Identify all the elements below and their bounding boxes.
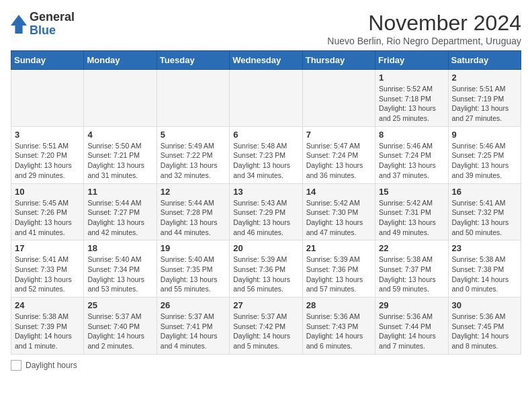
- day-info: Sunrise: 5:38 AM Sunset: 7:37 PM Dayligh…: [379, 255, 444, 294]
- weekday-header-friday: Friday: [375, 51, 448, 70]
- month-title: November 2024: [327, 11, 521, 36]
- day-number: 23: [452, 243, 517, 253]
- day-number: 15: [379, 187, 444, 197]
- day-info: Sunrise: 5:36 AM Sunset: 7:45 PM Dayligh…: [452, 312, 517, 351]
- calendar-cell: 9Sunrise: 5:46 AM Sunset: 7:25 PM Daylig…: [448, 126, 521, 183]
- calendar-cell: 22Sunrise: 5:38 AM Sunset: 7:37 PM Dayli…: [375, 240, 448, 298]
- day-number: 18: [87, 243, 152, 253]
- day-info: Sunrise: 5:45 AM Sunset: 7:26 PM Dayligh…: [15, 198, 80, 238]
- calendar-cell: 12Sunrise: 5:44 AM Sunset: 7:28 PM Dayli…: [157, 183, 229, 240]
- calendar-cell: [302, 70, 375, 127]
- day-info: Sunrise: 5:37 AM Sunset: 7:40 PM Dayligh…: [87, 312, 152, 351]
- legend-label: Daylight hours: [26, 361, 77, 370]
- calendar-cell: 13Sunrise: 5:43 AM Sunset: 7:29 PM Dayli…: [230, 183, 302, 240]
- day-info: Sunrise: 5:36 AM Sunset: 7:43 PM Dayligh…: [306, 312, 371, 351]
- calendar-cell: 3Sunrise: 5:51 AM Sunset: 7:20 PM Daylig…: [11, 126, 84, 183]
- day-info: Sunrise: 5:42 AM Sunset: 7:30 PM Dayligh…: [306, 198, 371, 238]
- calendar-cell: 29Sunrise: 5:36 AM Sunset: 7:44 PM Dayli…: [375, 298, 448, 355]
- day-info: Sunrise: 5:46 AM Sunset: 7:24 PM Dayligh…: [379, 141, 444, 181]
- day-number: 9: [452, 130, 517, 140]
- day-number: 12: [161, 187, 226, 197]
- calendar-cell: 20Sunrise: 5:39 AM Sunset: 7:36 PM Dayli…: [230, 240, 302, 298]
- day-number: 24: [15, 300, 80, 310]
- calendar-cell: 24Sunrise: 5:38 AM Sunset: 7:39 PM Dayli…: [11, 298, 84, 355]
- day-info: Sunrise: 5:40 AM Sunset: 7:35 PM Dayligh…: [161, 255, 226, 294]
- day-info: Sunrise: 5:38 AM Sunset: 7:39 PM Dayligh…: [15, 312, 80, 351]
- logo: General Blue: [11, 11, 75, 38]
- day-info: Sunrise: 5:41 AM Sunset: 7:32 PM Dayligh…: [452, 198, 517, 238]
- calendar-cell: 28Sunrise: 5:36 AM Sunset: 7:43 PM Dayli…: [302, 298, 375, 355]
- day-info: Sunrise: 5:49 AM Sunset: 7:22 PM Dayligh…: [161, 141, 226, 181]
- day-number: 27: [233, 300, 298, 310]
- svg-marker-0: [11, 15, 27, 34]
- day-number: 2: [452, 73, 517, 83]
- day-number: 11: [87, 187, 152, 197]
- calendar-cell: 16Sunrise: 5:41 AM Sunset: 7:32 PM Dayli…: [448, 183, 521, 240]
- calendar-cell: 27Sunrise: 5:37 AM Sunset: 7:42 PM Dayli…: [230, 298, 302, 355]
- calendar: SundayMondayTuesdayWednesdayThursdayFrid…: [11, 50, 521, 355]
- day-number: 29: [379, 300, 444, 310]
- calendar-cell: 15Sunrise: 5:42 AM Sunset: 7:31 PM Dayli…: [375, 183, 448, 240]
- day-number: 10: [15, 187, 80, 197]
- day-number: 17: [15, 243, 80, 253]
- day-number: 8: [379, 130, 444, 140]
- calendar-cell: 10Sunrise: 5:45 AM Sunset: 7:26 PM Dayli…: [11, 183, 84, 240]
- day-info: Sunrise: 5:50 AM Sunset: 7:21 PM Dayligh…: [87, 141, 152, 181]
- day-info: Sunrise: 5:42 AM Sunset: 7:31 PM Dayligh…: [379, 198, 444, 238]
- calendar-cell: 5Sunrise: 5:49 AM Sunset: 7:22 PM Daylig…: [157, 126, 229, 183]
- calendar-cell: 6Sunrise: 5:48 AM Sunset: 7:23 PM Daylig…: [230, 126, 302, 183]
- day-info: Sunrise: 5:51 AM Sunset: 7:19 PM Dayligh…: [452, 84, 517, 124]
- calendar-cell: 2Sunrise: 5:51 AM Sunset: 7:19 PM Daylig…: [448, 70, 521, 127]
- legend: Daylight hours: [11, 360, 521, 371]
- day-info: Sunrise: 5:51 AM Sunset: 7:20 PM Dayligh…: [15, 141, 80, 181]
- day-number: 28: [306, 300, 371, 310]
- weekday-header-saturday: Saturday: [448, 51, 521, 70]
- legend-box: [11, 360, 21, 371]
- day-number: 26: [161, 300, 226, 310]
- day-number: 13: [233, 187, 298, 197]
- day-info: Sunrise: 5:44 AM Sunset: 7:27 PM Dayligh…: [87, 198, 152, 238]
- day-info: Sunrise: 5:46 AM Sunset: 7:25 PM Dayligh…: [452, 141, 517, 181]
- calendar-cell: 30Sunrise: 5:36 AM Sunset: 7:45 PM Dayli…: [448, 298, 521, 355]
- day-info: Sunrise: 5:39 AM Sunset: 7:36 PM Dayligh…: [233, 255, 298, 294]
- day-info: Sunrise: 5:41 AM Sunset: 7:33 PM Dayligh…: [15, 255, 80, 294]
- day-info: Sunrise: 5:44 AM Sunset: 7:28 PM Dayligh…: [161, 198, 226, 238]
- day-number: 22: [379, 243, 444, 253]
- day-info: Sunrise: 5:37 AM Sunset: 7:41 PM Dayligh…: [161, 312, 226, 351]
- day-info: Sunrise: 5:38 AM Sunset: 7:38 PM Dayligh…: [452, 255, 517, 294]
- calendar-cell: 7Sunrise: 5:47 AM Sunset: 7:24 PM Daylig…: [302, 126, 375, 183]
- title-block: November 2024 Nuevo Berlin, Rio Negro De…: [327, 11, 521, 46]
- weekday-header-monday: Monday: [84, 51, 157, 70]
- day-number: 30: [452, 300, 517, 310]
- day-number: 25: [87, 300, 152, 310]
- day-number: 7: [306, 130, 371, 140]
- day-number: 4: [87, 130, 152, 140]
- calendar-cell: [157, 70, 229, 127]
- day-number: 5: [161, 130, 226, 140]
- weekday-header-wednesday: Wednesday: [230, 51, 302, 70]
- calendar-cell: 23Sunrise: 5:38 AM Sunset: 7:38 PM Dayli…: [448, 240, 521, 298]
- weekday-header-sunday: Sunday: [11, 51, 84, 70]
- calendar-cell: [230, 70, 302, 127]
- day-info: Sunrise: 5:47 AM Sunset: 7:24 PM Dayligh…: [306, 141, 371, 181]
- day-number: 21: [306, 243, 371, 253]
- calendar-cell: 26Sunrise: 5:37 AM Sunset: 7:41 PM Dayli…: [157, 298, 229, 355]
- day-number: 16: [452, 187, 517, 197]
- day-info: Sunrise: 5:37 AM Sunset: 7:42 PM Dayligh…: [233, 312, 298, 351]
- day-number: 6: [233, 130, 298, 140]
- day-info: Sunrise: 5:39 AM Sunset: 7:36 PM Dayligh…: [306, 255, 371, 294]
- location-subtitle: Nuevo Berlin, Rio Negro Department, Urug…: [327, 36, 521, 46]
- day-number: 1: [379, 73, 444, 83]
- calendar-cell: 1Sunrise: 5:52 AM Sunset: 7:18 PM Daylig…: [375, 70, 448, 127]
- calendar-cell: 8Sunrise: 5:46 AM Sunset: 7:24 PM Daylig…: [375, 126, 448, 183]
- weekday-header-tuesday: Tuesday: [157, 51, 229, 70]
- day-info: Sunrise: 5:52 AM Sunset: 7:18 PM Dayligh…: [379, 84, 444, 124]
- logo-text: General Blue: [30, 11, 75, 38]
- day-info: Sunrise: 5:48 AM Sunset: 7:23 PM Dayligh…: [233, 141, 298, 181]
- calendar-cell: 17Sunrise: 5:41 AM Sunset: 7:33 PM Dayli…: [11, 240, 84, 298]
- day-number: 14: [306, 187, 371, 197]
- logo-icon: [11, 15, 27, 34]
- day-info: Sunrise: 5:43 AM Sunset: 7:29 PM Dayligh…: [233, 198, 298, 238]
- calendar-cell: 4Sunrise: 5:50 AM Sunset: 7:21 PM Daylig…: [84, 126, 157, 183]
- calendar-cell: 25Sunrise: 5:37 AM Sunset: 7:40 PM Dayli…: [84, 298, 157, 355]
